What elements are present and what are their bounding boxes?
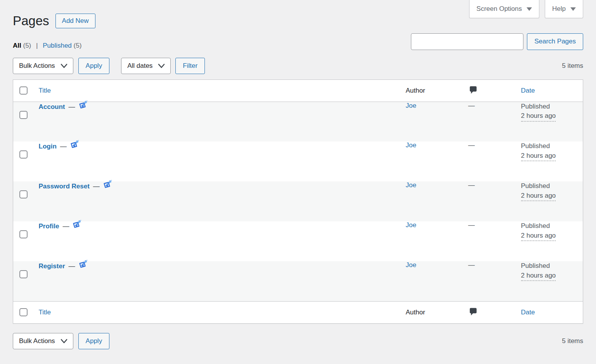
post-state-separator: —	[62, 223, 69, 230]
row-checkbox[interactable]	[19, 150, 28, 159]
table-row: Register— Joe — Published 2 hours ago	[13, 261, 583, 301]
no-comments-dash: —	[468, 261, 475, 269]
view-published-count: (5)	[74, 42, 82, 49]
publish-time: 2 hours ago	[521, 191, 556, 202]
tablenav-top: Bulk Actions Apply All dates Filter 5 it…	[13, 58, 583, 74]
view-all-count: (5)	[23, 42, 31, 49]
author-link[interactable]: Joe	[406, 181, 416, 189]
view-separator: |	[36, 42, 38, 49]
bulk-actions-select[interactable]: Bulk Actions	[13, 58, 73, 74]
pages-admin-screen: Screen Options Help Pages Add New All (5…	[0, 0, 596, 349]
publish-time: 2 hours ago	[521, 151, 556, 162]
views-and-search-row: All (5) | Published (5) Search Pages	[13, 33, 583, 50]
publish-time: 2 hours ago	[521, 111, 556, 122]
author-link[interactable]: Joe	[406, 221, 416, 229]
author-link[interactable]: Joe	[406, 102, 416, 109]
date-filter-select[interactable]: All dates	[121, 58, 171, 74]
post-state-separator: —	[60, 143, 67, 150]
pages-table-foot: Title Author Date	[13, 301, 583, 323]
tablenav-bottom-controls: Bulk Actions Apply	[13, 333, 109, 349]
filter-button[interactable]: Filter	[175, 58, 205, 74]
select-all-checkbox[interactable]	[19, 86, 28, 95]
publish-status: Published	[521, 102, 579, 112]
view-filter-links: All (5) | Published (5)	[13, 42, 81, 50]
items-count-bottom: 5 items	[562, 337, 583, 345]
search-box: Search Pages	[411, 33, 583, 50]
page-title-link[interactable]: Login	[39, 143, 57, 150]
search-input[interactable]	[411, 33, 523, 50]
publish-time: 2 hours ago	[521, 271, 556, 281]
row-checkbox[interactable]	[19, 111, 28, 119]
row-checkbox[interactable]	[19, 270, 28, 278]
screen-meta-links: Screen Options Help	[469, 0, 583, 18]
chevron-down-icon	[158, 63, 165, 69]
sort-by-date-link[interactable]: Date	[521, 87, 535, 94]
table-row: Account— Joe — Published 2 hours ago	[13, 102, 583, 141]
author-column-header: Author	[406, 87, 425, 94]
publish-status: Published	[521, 261, 579, 271]
pinned-note-icon	[69, 139, 80, 152]
author-column-header: Author	[406, 309, 425, 316]
table-row: Login— Joe — Published 2 hours ago	[13, 141, 583, 181]
pages-table: Title Author Date Account—	[13, 79, 583, 324]
page-title-link[interactable]: Profile	[39, 223, 59, 230]
publish-status: Published	[521, 141, 579, 151]
pinned-note-icon	[72, 219, 82, 232]
publish-time: 2 hours ago	[521, 231, 556, 242]
comments-column-icon	[468, 307, 478, 319]
tablenav-bottom: Bulk Actions Apply 5 items	[13, 333, 583, 349]
help-label: Help	[552, 5, 566, 13]
chevron-down-icon	[61, 338, 68, 344]
pinned-note-icon	[78, 100, 88, 112]
bulk-actions-select-bottom[interactable]: Bulk Actions	[13, 333, 73, 349]
screen-options-label: Screen Options	[476, 5, 522, 13]
no-comments-dash: —	[468, 181, 475, 189]
page-title-link[interactable]: Register	[39, 262, 65, 270]
chevron-down-icon	[570, 7, 576, 11]
page-title-link[interactable]: Password Reset	[39, 183, 90, 190]
page-title-link[interactable]: Account	[39, 103, 65, 110]
publish-status: Published	[521, 181, 579, 191]
no-comments-dash: —	[468, 102, 475, 109]
help-button[interactable]: Help	[545, 0, 583, 18]
publish-status: Published	[521, 221, 579, 231]
add-new-button[interactable]: Add New	[55, 14, 95, 28]
pages-table-body: Account— Joe — Published 2 hours ago Log…	[13, 102, 583, 301]
pinned-note-icon	[102, 179, 113, 192]
post-state-separator: —	[69, 103, 75, 110]
chevron-down-icon	[527, 7, 532, 11]
pinned-note-icon	[78, 259, 88, 272]
bulk-actions-selected: Bulk Actions	[19, 62, 55, 70]
table-row: Password Reset— Joe — Published 2 hours …	[13, 181, 583, 221]
tablenav-top-controls: Bulk Actions Apply All dates Filter	[13, 58, 205, 74]
sort-by-title-link[interactable]: Title	[39, 309, 51, 316]
author-link[interactable]: Joe	[406, 261, 416, 269]
post-state-separator: —	[69, 262, 75, 270]
pages-table-head: Title Author Date	[13, 79, 583, 102]
author-link[interactable]: Joe	[406, 141, 416, 149]
no-comments-dash: —	[468, 141, 475, 149]
post-state-separator: —	[93, 183, 100, 190]
search-pages-button[interactable]: Search Pages	[527, 33, 583, 50]
row-checkbox[interactable]	[19, 190, 28, 198]
bulk-actions-selected: Bulk Actions	[19, 337, 55, 345]
apply-button[interactable]: Apply	[78, 58, 110, 74]
screen-options-button[interactable]: Screen Options	[469, 0, 539, 18]
page-title: Pages	[13, 13, 49, 29]
date-filter-selected: All dates	[127, 62, 152, 70]
chevron-down-icon	[61, 63, 68, 69]
select-all-checkbox[interactable]	[19, 308, 28, 316]
view-all-link[interactable]: All	[13, 42, 21, 49]
items-count-top: 5 items	[562, 62, 583, 70]
comments-column-icon	[468, 85, 478, 97]
apply-button-bottom[interactable]: Apply	[78, 333, 110, 349]
sort-by-title-link[interactable]: Title	[39, 87, 51, 94]
sort-by-date-link[interactable]: Date	[521, 309, 535, 316]
table-row: Profile— Joe — Published 2 hours ago	[13, 221, 583, 261]
row-checkbox[interactable]	[19, 230, 28, 238]
view-published-link[interactable]: Published	[43, 42, 72, 49]
no-comments-dash: —	[468, 221, 475, 229]
